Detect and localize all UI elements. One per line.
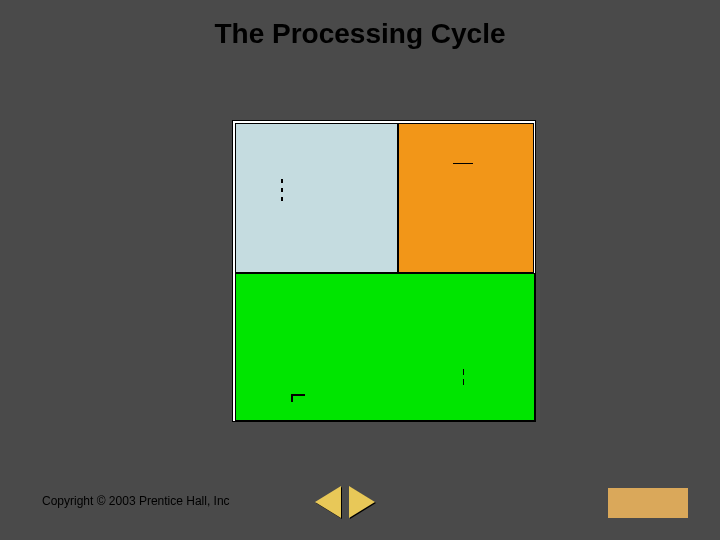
diagram-mark [453, 163, 473, 164]
diagram-mark [291, 394, 305, 402]
copyright-text: Copyright © 2003 Prentice Hall, Inc [42, 494, 230, 508]
prev-button[interactable] [315, 486, 341, 518]
diagram-mark [281, 179, 283, 183]
nav-controls [315, 486, 375, 518]
diagram-quadrant-top-right [398, 123, 534, 273]
processing-cycle-diagram [232, 120, 536, 422]
diagram-quadrant-bottom [235, 273, 535, 421]
next-button[interactable] [349, 486, 375, 518]
diagram-quadrant-top-left [235, 123, 398, 273]
diagram-mark [463, 369, 464, 375]
action-button[interactable] [608, 488, 688, 518]
diagram-mark [463, 379, 464, 385]
diagram-mark [281, 188, 283, 192]
diagram-mark [281, 197, 283, 201]
slide-title: The Processing Cycle [0, 0, 720, 50]
